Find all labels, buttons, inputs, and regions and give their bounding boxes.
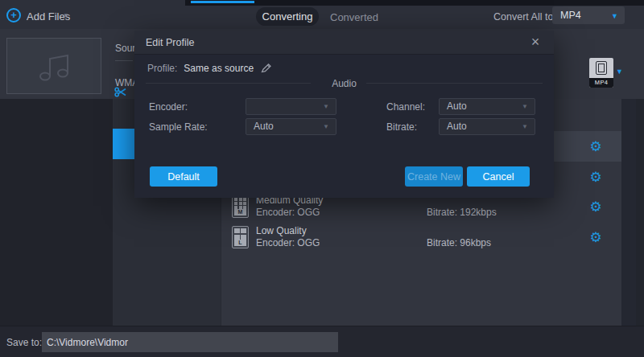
bitrate-value: Auto: [447, 121, 467, 132]
gear-icon[interactable]: [588, 138, 604, 154]
gear-icon[interactable]: [588, 169, 604, 185]
dialog-title: Edit Profile: [146, 37, 194, 48]
output-format-caret-icon[interactable]: ▼: [616, 68, 623, 76]
add-files-caret-icon[interactable]: ▼: [63, 12, 69, 19]
encoder-select[interactable]: [246, 98, 336, 115]
profile-row-encoder: Encoder: OGG: [256, 237, 320, 248]
channel-label: Channel:: [386, 101, 425, 113]
bitrate-label: Bitrate:: [386, 121, 417, 133]
edit-profile-dialog: Edit Profile × Profile: Same as source A…: [134, 31, 554, 198]
save-to-label: Save to:: [6, 337, 42, 348]
film-icon: [596, 61, 607, 75]
quality-grid-icon: M: [232, 195, 249, 218]
output-format-badge-label: MP4: [589, 78, 613, 88]
active-tab-indicator: [191, 1, 254, 3]
quality-letter-badge: M: [234, 209, 246, 215]
trim-scissors-icon[interactable]: [114, 87, 127, 97]
channel-value: Auto: [447, 101, 467, 112]
output-format-badge[interactable]: MP4: [589, 58, 613, 88]
close-icon: ×: [531, 34, 540, 51]
convert-all-label: Convert All to:: [493, 11, 556, 23]
profile-name-line: Profile: Same as source: [147, 63, 272, 74]
music-note-icon: [35, 48, 73, 84]
close-button[interactable]: ×: [526, 33, 544, 51]
background-area: [0, 99, 113, 326]
edit-pencil-icon[interactable]: [260, 63, 272, 74]
cancel-button[interactable]: Cancel: [467, 166, 530, 187]
convert-format-select[interactable]: MP4 ▼: [552, 6, 625, 24]
chevron-down-icon: ▼: [611, 12, 618, 20]
gear-icon[interactable]: [588, 229, 604, 245]
toolbar: Add Files ▼ Converting Converted Convert…: [0, 6, 644, 29]
file-thumbnail: [6, 38, 101, 94]
default-button[interactable]: Default: [150, 166, 217, 187]
encoder-label: Encoder:: [149, 101, 188, 113]
tab-converted[interactable]: Converted: [330, 11, 378, 23]
profile-row-bitrate: Bitrate: 96kbps: [427, 237, 491, 248]
profile-value: Same as source: [184, 63, 254, 74]
sample-rate-select[interactable]: Auto: [246, 118, 336, 135]
gear-icon[interactable]: [588, 199, 604, 215]
background-area: [636, 99, 644, 357]
sample-rate-value: Auto: [254, 121, 274, 132]
profile-row-low-quality[interactable]: L Low Quality Encoder: OGG Bitrate: 96kb…: [221, 222, 621, 252]
profile-label: Profile:: [147, 63, 177, 74]
footer-bar: Save to:: [0, 326, 644, 357]
save-path-input[interactable]: [42, 332, 338, 352]
app-window: Add Files ▼ Converting Converted Convert…: [0, 0, 644, 357]
section-title-audio: Audio: [134, 78, 554, 89]
sample-rate-label: Sample Rate:: [149, 121, 208, 133]
bitrate-select[interactable]: Auto: [439, 118, 535, 135]
channel-select[interactable]: Auto: [439, 98, 535, 115]
scrollbar-track[interactable]: [621, 99, 636, 357]
add-files-plus-icon[interactable]: [6, 8, 21, 23]
quality-grid-icon: L: [232, 226, 249, 248]
profile-row-bitrate: Bitrate: 192kbps: [427, 207, 497, 218]
tab-converting[interactable]: Converting: [256, 7, 319, 26]
divider: [115, 60, 133, 61]
create-new-button[interactable]: Create New: [405, 166, 463, 187]
dialog-header: Edit Profile ×: [134, 31, 554, 55]
convert-format-value: MP4: [560, 10, 581, 21]
profile-row-title: Low Quality: [256, 225, 307, 236]
profile-row-encoder: Encoder: OGG: [256, 207, 320, 218]
quality-letter-badge: L: [234, 240, 246, 246]
